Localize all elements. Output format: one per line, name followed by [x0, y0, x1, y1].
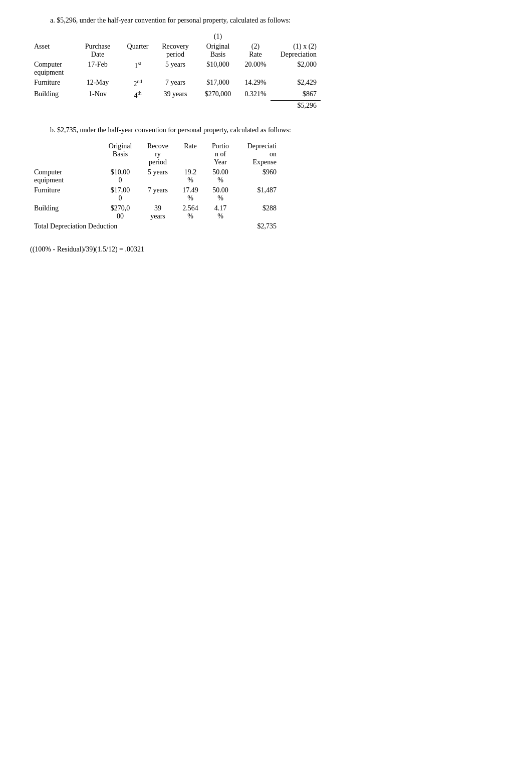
header-col1-label: (1): [195, 32, 240, 42]
recovery-b-building: 39years: [140, 203, 175, 221]
rate-b-furniture: 17.49%: [175, 185, 205, 203]
header-depreciation: (1) x (2)Depreciation: [271, 42, 321, 60]
header-asset-empty: [30, 32, 75, 42]
section-b-intro: b. $2,735, under the half-year conventio…: [50, 125, 512, 135]
rate-computer: 20.00%: [240, 60, 271, 78]
header-row-main: Asset PurchaseDate Quarter Recoveryperio…: [30, 42, 321, 60]
total-b: $2,735: [235, 221, 281, 231]
header-row-top: (1): [30, 32, 321, 42]
header-recovery: Recoveryperiod: [155, 42, 195, 60]
table-b-wrapper: OriginalBasis Recoveryperiod Rate Portio…: [30, 141, 512, 231]
total-empty: [30, 100, 271, 111]
table-row: Computerequipment 17-Feb 1st 5 years $10…: [30, 60, 321, 78]
quarter-furniture: 2nd: [120, 78, 155, 89]
table-a: (1) Asset PurchaseDate Quarter Recoveryp…: [30, 32, 321, 111]
dep-building: $867: [271, 89, 321, 101]
table-b: OriginalBasis Recoveryperiod Rate Portio…: [30, 141, 281, 231]
header-b-rate: Rate: [175, 141, 205, 167]
formula: ((100% - Residual)/39)(1.5/12) = .00321: [30, 245, 512, 253]
portion-b-building: 4.17%: [205, 203, 235, 221]
header-purchase-empty: [75, 32, 120, 42]
section-a-intro: a. $5,296, under the half-year conventio…: [50, 15, 512, 26]
dep-b-computer: $960: [235, 167, 281, 185]
header-basis: OriginalBasis: [195, 42, 240, 60]
purchase-computer: 17-Feb: [75, 60, 120, 78]
table-row: Building $270,000 39years 2.564% 4.17% $…: [30, 203, 281, 221]
recovery-furniture: 7 years: [155, 78, 195, 89]
total-row-b: Total Depreciation Deduction $2,735: [30, 221, 281, 231]
asset-b-computer: Computerequipment: [30, 167, 100, 185]
rate-building: 0.321%: [240, 89, 271, 101]
asset-b-building: Building: [30, 203, 100, 221]
rate-b-computer: 19.2%: [175, 167, 205, 185]
asset-b-furniture: Furniture: [30, 185, 100, 203]
section-a: a. $5,296, under the half-year conventio…: [20, 15, 512, 111]
header-quarter-empty: [120, 32, 155, 42]
table-row: Furniture $17,000 7 years 17.49% 50.00% …: [30, 185, 281, 203]
portion-b-furniture: 50.00%: [205, 185, 235, 203]
recovery-b-furniture: 7 years: [140, 185, 175, 203]
basis-b-computer: $10,000: [100, 167, 140, 185]
table-row: Building 1-Nov 4th 39 years $270,000 0.3…: [30, 89, 321, 101]
dep-computer: $2,000: [271, 60, 321, 78]
basis-furniture: $17,000: [195, 78, 240, 89]
purchase-furniture: 12-May: [75, 78, 120, 89]
header-rate-empty: [240, 32, 271, 42]
basis-building: $270,000: [195, 89, 240, 101]
header-rate: (2)Rate: [240, 42, 271, 60]
total-row: $5,296: [30, 100, 321, 111]
basis-computer: $10,000: [195, 60, 240, 78]
dep-furniture: $2,429: [271, 78, 321, 89]
asset-computer: Computerequipment: [30, 60, 75, 78]
portion-b-computer: 50.00%: [205, 167, 235, 185]
header-b-recovery: Recoveryperiod: [140, 141, 175, 167]
header-asset: Asset: [30, 42, 75, 60]
header-b-asset: [30, 141, 100, 167]
recovery-b-computer: 5 years: [140, 167, 175, 185]
header-recovery-empty: [155, 32, 195, 42]
quarter-building: 4th: [120, 89, 155, 101]
section-b: b. $2,735, under the half-year conventio…: [20, 125, 512, 231]
asset-furniture: Furniture: [30, 78, 75, 89]
header-purchase: PurchaseDate: [75, 42, 120, 60]
basis-b-furniture: $17,000: [100, 185, 140, 203]
header-row-b: OriginalBasis Recoveryperiod Rate Portio…: [30, 141, 281, 167]
recovery-building: 39 years: [155, 89, 195, 101]
purchase-building: 1-Nov: [75, 89, 120, 101]
basis-b-building: $270,000: [100, 203, 140, 221]
asset-building: Building: [30, 89, 75, 101]
header-b-basis: OriginalBasis: [100, 141, 140, 167]
dep-b-building: $288: [235, 203, 281, 221]
table-row: Computerequipment $10,000 5 years 19.2% …: [30, 167, 281, 185]
header-dep-empty: [271, 32, 321, 42]
recovery-computer: 5 years: [155, 60, 195, 78]
total-b-label: Total Depreciation Deduction: [30, 221, 235, 231]
rate-b-building: 2.564%: [175, 203, 205, 221]
rate-furniture: 14.29%: [240, 78, 271, 89]
header-quarter: Quarter: [120, 42, 155, 60]
table-a-wrapper: (1) Asset PurchaseDate Quarter Recoveryp…: [30, 32, 512, 111]
dep-b-furniture: $1,487: [235, 185, 281, 203]
header-b-portion: Portion ofYear: [205, 141, 235, 167]
total-a: $5,296: [271, 100, 321, 111]
table-row: Furniture 12-May 2nd 7 years $17,000 14.…: [30, 78, 321, 89]
quarter-computer: 1st: [120, 60, 155, 78]
header-b-dep: DepreciationExpense: [235, 141, 281, 167]
